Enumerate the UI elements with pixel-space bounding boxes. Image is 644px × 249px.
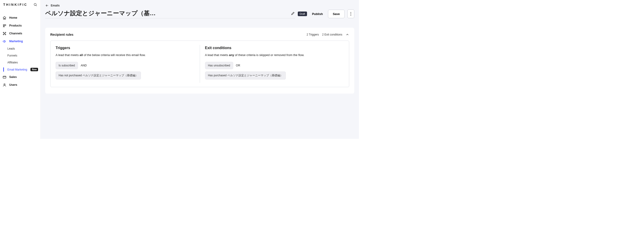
subnav-affiliates[interactable]: Affiliates	[3, 59, 40, 66]
triggers-heading: Triggers	[56, 46, 195, 50]
subnav-leads[interactable]: Leads	[3, 45, 40, 52]
recipient-rules-card: Recipient rules 2 Triggers 2 Exit condit…	[45, 28, 354, 94]
search-icon	[34, 3, 37, 6]
trigger-chip[interactable]: Has not purchased ペルソナ設定とジャーニーマップ（基礎編）	[56, 72, 141, 80]
exit-conditions-count: 2 Exit conditions	[322, 33, 342, 36]
exit-description: A lead that meets any of these criteria …	[205, 53, 344, 58]
megaphone-icon	[2, 39, 6, 43]
nav-channels[interactable]: Channels	[0, 30, 40, 37]
triggers-description: A lead that meets all of the below crite…	[56, 53, 195, 58]
collapse-button[interactable]	[346, 33, 349, 36]
nav-sales-label: Sales	[9, 76, 17, 78]
svg-point-12	[350, 15, 351, 16]
exit-conditions-column: Exit conditions A lead that meets any of…	[200, 45, 349, 83]
exit-heading: Exit conditions	[205, 46, 344, 50]
search-button[interactable]	[34, 3, 37, 6]
nav-marketing[interactable]: Marketing	[0, 37, 40, 45]
brand-logo[interactable]: THINKIFIC	[3, 3, 28, 6]
recipient-rules-title: Recipient rules	[50, 33, 73, 36]
subnav-funnels-label: Funnels	[8, 54, 17, 57]
nav-home[interactable]: Home	[0, 14, 40, 22]
kebab-icon	[350, 12, 351, 16]
svg-rect-3	[4, 24, 6, 26]
save-button[interactable]: Save	[328, 10, 344, 18]
back-arrow-icon	[45, 4, 49, 8]
svg-point-6	[3, 34, 4, 35]
breadcrumb-label: Emails	[51, 4, 60, 7]
pencil-icon	[291, 11, 295, 16]
subnav-email-marketing[interactable]: Email Marketing New	[3, 66, 40, 73]
channels-icon	[2, 31, 6, 36]
svg-point-5	[5, 32, 6, 33]
title-field[interactable]: ペルソナ設定とジャーニーマップ（基…	[45, 9, 295, 18]
svg-point-0	[34, 4, 36, 6]
new-badge: New	[30, 68, 38, 71]
and-connector: AND	[81, 64, 87, 67]
triggers-column: Triggers A lead that meets all of the be…	[50, 45, 200, 83]
nav-marketing-label: Marketing	[9, 40, 23, 43]
subnav-funnels[interactable]: Funnels	[3, 52, 40, 59]
nav-products-label: Products	[9, 24, 22, 27]
nav-sales[interactable]: Sales	[0, 73, 40, 81]
svg-point-9	[4, 84, 5, 85]
chevron-up-icon	[346, 33, 349, 36]
rules-container: Triggers A lead that meets all of the be…	[50, 40, 349, 87]
nav-users[interactable]: Users	[0, 81, 40, 89]
primary-nav: Home Products Channels Marketing Leads F…	[0, 10, 40, 139]
status-badge: Draft	[298, 12, 307, 16]
svg-point-7	[5, 34, 6, 35]
users-icon	[2, 83, 6, 87]
subnav-email-marketing-label: Email Marketing	[8, 68, 27, 71]
home-icon	[2, 16, 6, 20]
edit-title-button[interactable]	[291, 11, 295, 16]
subnav-affiliates-label: Affiliates	[8, 61, 18, 64]
more-actions-button[interactable]	[347, 10, 354, 18]
publish-button[interactable]: Publish	[310, 10, 325, 18]
svg-line-1	[36, 5, 37, 6]
svg-point-2	[3, 24, 4, 25]
page-title: ペルソナ設定とジャーニーマップ（基…	[45, 9, 288, 17]
svg-rect-8	[3, 76, 6, 78]
svg-point-10	[350, 12, 351, 13]
products-icon	[2, 24, 6, 28]
sidebar: THINKIFIC Home Products Channels Marketi…	[0, 0, 40, 139]
nav-channels-label: Channels	[9, 32, 22, 35]
nav-products[interactable]: Products	[0, 22, 40, 30]
subnav-leads-label: Leads	[8, 47, 15, 50]
triggers-count: 2 Triggers	[306, 33, 319, 36]
or-connector: OR	[236, 64, 240, 67]
trigger-chip[interactable]: Is subscribed	[56, 62, 78, 69]
breadcrumb[interactable]: Emails	[40, 0, 359, 8]
main-content: Emails ペルソナ設定とジャーニーマップ（基… Draft Publish …	[40, 0, 359, 139]
svg-point-4	[3, 32, 4, 33]
nav-home-label: Home	[9, 16, 17, 19]
exit-chip[interactable]: Has unsubscribed	[205, 62, 233, 69]
exit-chip[interactable]: Has purchased ペルソナ設定とジャーニーマップ（基礎編）	[205, 72, 286, 80]
sales-icon	[2, 75, 6, 79]
svg-point-11	[350, 13, 351, 14]
nav-users-label: Users	[9, 83, 17, 86]
